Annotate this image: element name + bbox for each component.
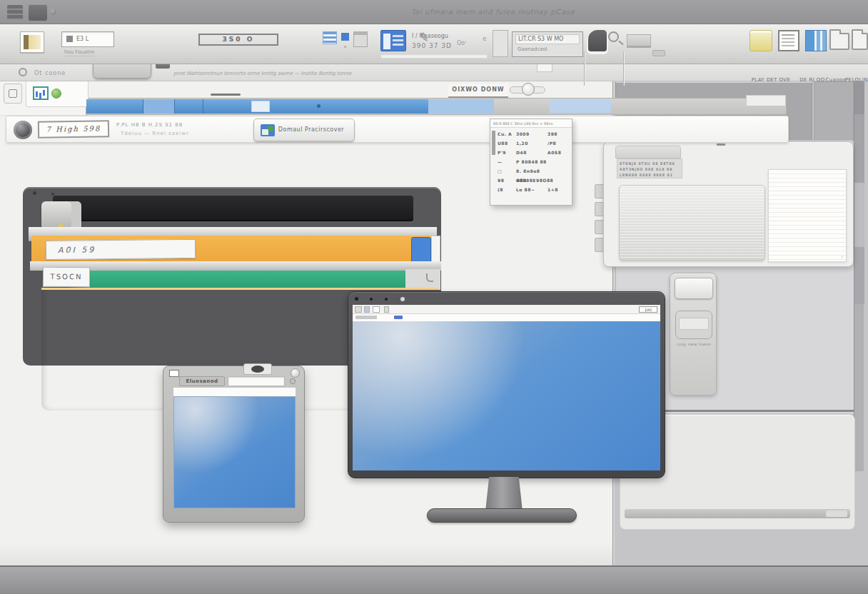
info-meta-line2: Tdeiuu — Rnei saeiwr xyxy=(121,131,189,136)
record-circle-icon xyxy=(19,68,27,76)
screen-mini-icon xyxy=(364,306,370,313)
chart-icon xyxy=(33,86,49,100)
mockup-text-strip: 8T8NJ8 8T8U 88 E8T88 A8T3NJ8O 888 818 88… xyxy=(617,158,682,178)
list-view-icon[interactable] xyxy=(323,31,337,44)
monitor-base xyxy=(427,508,577,523)
title-bar: Tai ufmara mem and fulee inutnay pCase xyxy=(0,0,868,24)
window-footer xyxy=(0,565,868,594)
blue-folder-tab xyxy=(411,237,431,264)
timeline-fill-light[interactable] xyxy=(428,99,494,114)
camera-lens-icon xyxy=(251,366,264,373)
slideshow-icon[interactable] xyxy=(380,30,406,51)
drawer-slot xyxy=(53,196,413,221)
mockup-tab[interactable] xyxy=(615,146,681,158)
toolbar-button-label: PELOLIN xyxy=(845,77,868,83)
screen-mini-icon xyxy=(384,306,389,313)
presentation-button[interactable]: Domaul Pracirscover xyxy=(253,119,355,141)
grid-menu-icon[interactable] xyxy=(7,5,23,20)
folder-label-tab: TSOCN xyxy=(43,267,90,287)
screen-toolbar: 1A0 D. I xyxy=(353,305,660,314)
frame-tab[interactable]: Eluosanod xyxy=(179,376,225,386)
frame-white-strip xyxy=(173,388,296,396)
toolbar-field[interactable]: E3 L xyxy=(61,31,114,47)
mini-window-icon xyxy=(169,370,179,377)
pencil-icon[interactable]: ✎ xyxy=(418,29,430,45)
timeline-handle[interactable] xyxy=(211,94,241,96)
timeline-marker[interactable] xyxy=(251,101,270,112)
frame-circle-icon xyxy=(290,378,296,384)
hook-icon xyxy=(426,273,433,282)
frame-field[interactable] xyxy=(228,376,285,386)
timeline-dot xyxy=(317,104,321,108)
format-combo[interactable]: LIT.CR S3 W MO Gaenadcast xyxy=(512,31,583,57)
flyout-scroll-strip[interactable] xyxy=(492,131,495,155)
green-status-orb-icon xyxy=(51,89,61,99)
status-sub-bar: Ot coone pnnt Wahtonnrtnun tonnnrto onne… xyxy=(0,64,868,81)
tower-button-lower[interactable] xyxy=(675,311,712,339)
display-icon[interactable] xyxy=(627,34,651,48)
export-cup-icon[interactable] xyxy=(750,30,772,51)
screen-desktop xyxy=(353,321,660,470)
frame-orb-icon xyxy=(291,368,300,378)
drawer-rail xyxy=(30,261,441,271)
calendar-icon[interactable] xyxy=(778,30,799,51)
frame-blue-screen xyxy=(173,396,296,508)
green-folder xyxy=(90,271,405,288)
mockup-handle xyxy=(717,144,725,146)
switch-tower: coqy nww lowen xyxy=(670,273,717,396)
mockup-inner-panel xyxy=(619,185,765,261)
window-view-icon[interactable] xyxy=(353,31,368,47)
small-frame-window: Eluosanod xyxy=(163,366,305,523)
size-stamp: 3S0 O xyxy=(198,34,278,46)
timeline-segment[interactable] xyxy=(143,99,175,114)
slideshow-underline xyxy=(380,54,488,59)
folder-icon[interactable] xyxy=(852,33,868,50)
info-bar: 7 High 598 P.PL H8 B H.2S S1 88 Tdeiuu —… xyxy=(6,116,789,143)
filter-slider-knob[interactable] xyxy=(522,83,535,96)
mockup-page: › xyxy=(768,169,847,262)
main-toolbar: E3 L hou Fouatre 3S0 O I / Ikeaseogu 390… xyxy=(0,24,868,64)
page-count-field[interactable]: 7 High 598 xyxy=(38,120,109,139)
bezel-dot xyxy=(385,298,388,301)
monitor-illustration: 1A0 D. I xyxy=(348,291,665,523)
tower-caption: coqy nww lowen xyxy=(670,342,717,346)
mouse-icon[interactable] xyxy=(588,30,607,51)
format-combo-value[interactable]: LIT.CR S3 W MO xyxy=(515,34,580,44)
screen-second-row xyxy=(353,314,660,321)
toolbar-button-label: PLAY DET OVE xyxy=(745,77,797,83)
at-mark: e xyxy=(483,35,487,42)
flyout-header: 88-8 888 C 38nn L88 8nn + 88nn xyxy=(490,119,572,128)
presentation-icon xyxy=(261,124,275,136)
green-folder-end xyxy=(405,269,440,290)
dial-knob-icon[interactable] xyxy=(14,121,32,139)
right-scrollbar[interactable] xyxy=(854,80,864,471)
overflow-ellipsis[interactable]: … xyxy=(460,36,467,44)
thumbnail-button[interactable] xyxy=(20,31,44,53)
app-icon[interactable] xyxy=(29,4,47,21)
screen-corner-box: 1A0 xyxy=(639,306,657,313)
status-dot-icon xyxy=(50,9,56,15)
blue-square-icon[interactable] xyxy=(341,33,349,41)
tower-field xyxy=(679,318,709,330)
screen-mini-icon xyxy=(355,306,362,313)
gallery-icon[interactable] xyxy=(805,30,827,51)
empty-slot-box xyxy=(493,30,508,57)
tray-icon[interactable] xyxy=(652,50,665,56)
bezel-dot xyxy=(370,298,373,301)
application-window: Tai ufmara mem and fulee inutnay pCase E… xyxy=(0,0,868,594)
tower-button-top[interactable] xyxy=(675,278,713,299)
properties-flyout: 88-8 888 C 38nn L88 8nn + 88nn Cu. A3009… xyxy=(490,119,572,206)
timeline-fill-lighter[interactable] xyxy=(550,100,611,113)
format-combo-caption: Gaenadcast xyxy=(518,46,547,52)
toolbar-divider xyxy=(584,51,585,86)
panel-toggle-button[interactable] xyxy=(4,84,22,104)
window-mockup: 8T8NJ8 8T8U 88 E8T88 A8T3NJ8O 888 818 88… xyxy=(603,141,854,267)
info-meta-line1: P.PL H8 B H.2S S1 88 xyxy=(116,122,183,128)
timeline-segment-line xyxy=(203,99,203,114)
filter-slider-label: OIXWO DONW xyxy=(448,84,508,98)
collapsed-header-block-right[interactable] xyxy=(814,81,854,143)
slideshow-caption-1: I / Ikeaseogu xyxy=(412,33,448,39)
magnifier-icon[interactable] xyxy=(608,31,619,42)
toolbar-divider xyxy=(623,51,624,86)
folder-icon[interactable] xyxy=(829,33,849,50)
